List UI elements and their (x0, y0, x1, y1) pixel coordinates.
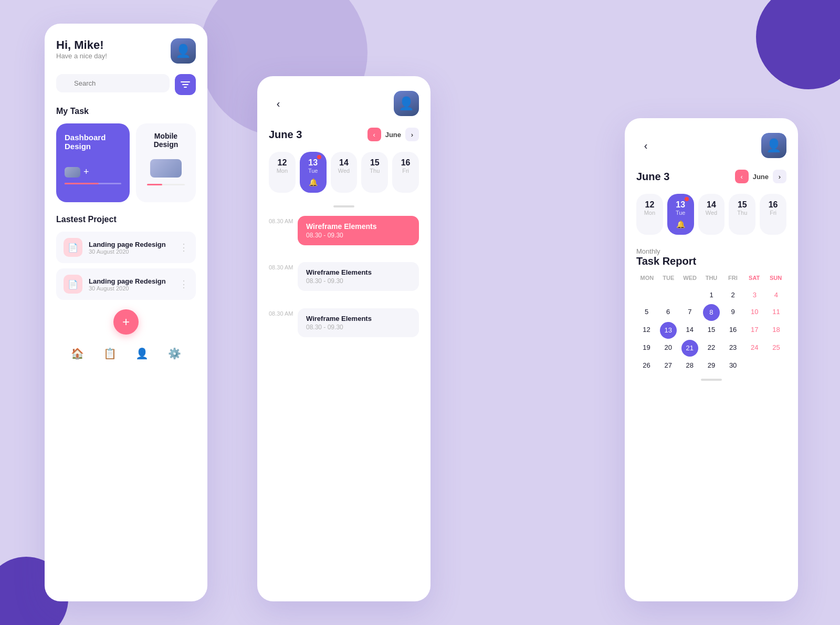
task-card-main-title: Dashboard Design (65, 133, 121, 151)
bell-icon-3: 🔔 (676, 220, 685, 228)
cal-cell-10[interactable]: 10 (744, 304, 765, 321)
project-item-1[interactable]: 📄 Landing page Redesign 30 August 2020 ⋮ (56, 232, 196, 263)
cal-cell-12[interactable]: 12 (636, 322, 657, 339)
cal-cell-selected-13[interactable]: 13 (660, 322, 677, 339)
day-pill-3-13[interactable]: 13 Tue 🔔 (667, 194, 694, 235)
cal-cell-1[interactable]: 1 (701, 287, 721, 303)
day-pill-15[interactable]: 15 Thu (361, 152, 388, 193)
cal-cell-6[interactable]: 6 (658, 304, 678, 321)
cal-cell-11[interactable]: 11 (766, 304, 786, 321)
day-pill-3-16[interactable]: 16 Fri (760, 194, 786, 235)
month-nav: ‹ June › (368, 128, 419, 141)
month-prev-btn[interactable]: ‹ (368, 128, 381, 141)
day-pill-14[interactable]: 14 Wed (331, 152, 358, 193)
cal-cell-20[interactable]: 20 (658, 340, 678, 357)
monthly-main: Task Report (636, 255, 786, 267)
cal-label-mon: MON (636, 273, 658, 283)
day-pill-3-12[interactable]: 12 Mon (636, 194, 663, 235)
month-prev-btn-3[interactable]: ‹ (735, 170, 749, 183)
cal-cell-18[interactable]: 18 (766, 322, 786, 339)
project-date-1: 30 August 2020 (89, 248, 179, 255)
task-mini-img-1 (65, 167, 80, 178)
avatar-3[interactable] (761, 133, 786, 158)
avatar[interactable] (171, 38, 196, 64)
cal-cell-2[interactable]: 2 (723, 287, 743, 303)
calendar-grid: MON TUE WED THU FRI SAT SUN 123456789101… (636, 273, 786, 373)
cal-cell-22[interactable]: 22 (701, 340, 721, 357)
cal-cell-selected-21[interactable]: 21 (681, 340, 698, 357)
cal-cell-selected-8[interactable]: 8 (703, 304, 720, 321)
day-pill-3-15[interactable]: 15 Thu (729, 194, 755, 235)
day-pill-13[interactable]: 13 Tue 🔔 (300, 152, 327, 193)
month-label-3: June (751, 173, 771, 181)
task-card-mobile[interactable]: Mobile Design (136, 123, 196, 202)
nav-tasks-icon[interactable]: 📋 (100, 344, 119, 363)
nav-home-icon[interactable]: 🏠 (68, 344, 87, 363)
month-next-btn-3[interactable]: › (773, 170, 786, 183)
project-menu-2[interactable]: ⋮ (179, 278, 188, 290)
day-strip-3: 12 Mon 13 Tue 🔔 14 Wed 15 Thu 16 Fri (636, 194, 786, 235)
back-button[interactable]: ‹ (269, 94, 288, 113)
cal-cell-30[interactable]: 30 (723, 358, 743, 373)
time-label-1: 08.30 AM (269, 216, 298, 224)
cal-cell-27[interactable]: 27 (658, 358, 678, 373)
cal-label-fri: FRI (722, 273, 743, 283)
time-slot-1: 08.30 AM Wireframe Elements 08.30 - 09.3… (269, 216, 419, 253)
day-pill-3-14[interactable]: 14 Wed (698, 194, 725, 235)
nav-profile-icon[interactable]: 👤 (133, 344, 152, 363)
cal-cell-25[interactable]: 25 (766, 340, 786, 357)
search-input[interactable] (56, 74, 170, 92)
project-info-2: Landing page Redesign 30 August 2020 (89, 277, 179, 291)
project-item-2[interactable]: 📄 Landing page Redesign 30 August 2020 ⋮ (56, 268, 196, 300)
project-name-2: Landing page Redesign (89, 277, 179, 285)
greeting-title: Hi, Mike! (56, 38, 107, 52)
day-pill-16[interactable]: 16 Fri (392, 152, 419, 193)
bell-icon: 🔔 (309, 178, 318, 186)
event-card-2[interactable]: Wireframe Elements 08.30 - 09.30 (298, 262, 419, 291)
avatar-image-2 (394, 91, 419, 116)
my-task-title: My Task (56, 107, 196, 116)
cal-cell-29[interactable]: 29 (701, 358, 721, 373)
task-card-dashboard[interactable]: Dashboard Design + (56, 123, 130, 202)
event-card-1[interactable]: Wireframe Elements 08.30 - 09.30 (298, 216, 419, 245)
scroll-indicator (333, 205, 354, 207)
cal-cell-26[interactable]: 26 (636, 358, 657, 373)
event-card-3[interactable]: Wireframe Elements 08.30 - 09.30 (298, 308, 419, 337)
cal-cell-19[interactable]: 19 (636, 340, 657, 357)
filter-button[interactable] (175, 74, 196, 95)
task-plus-icon: + (83, 166, 89, 178)
cal-cell-28[interactable]: 28 (679, 358, 700, 373)
task-card-images: + (65, 166, 121, 178)
cal-cell-15[interactable]: 15 (701, 322, 721, 339)
cal-cell-17[interactable]: 17 (744, 322, 765, 339)
avatar-image (171, 38, 196, 64)
cal-cell-16[interactable]: 16 (723, 322, 743, 339)
day-strip-2: 12 Mon 13 Tue 🔔 14 Wed 15 Thu 16 Fri (269, 152, 419, 193)
avatar-2[interactable] (394, 91, 419, 116)
nav-settings-icon[interactable]: ⚙️ (165, 344, 184, 363)
event-range-3: 08.30 - 09.30 (306, 324, 411, 331)
day-pill-12[interactable]: 12 Mon (269, 152, 296, 193)
month-nav-3: ‹ June › (735, 170, 786, 183)
month-next-btn[interactable]: › (405, 128, 419, 141)
cal-cell-4[interactable]: 4 (766, 287, 786, 303)
event-title-3: Wireframe Elements (306, 315, 411, 322)
event-title-2: Wireframe Elements (306, 268, 411, 276)
back-button-3[interactable]: ‹ (636, 136, 655, 155)
monthly-sub: Monthly (636, 247, 786, 255)
fab-add-button[interactable]: + (113, 309, 139, 335)
cal-cell-14[interactable]: 14 (679, 322, 700, 339)
cal-cell-3[interactable]: 3 (744, 287, 765, 303)
cal-cell-7[interactable]: 7 (679, 304, 700, 321)
project-menu-1[interactable]: ⋮ (179, 242, 188, 253)
card-task-report: ‹ June 3 ‹ June › 12 Mon 13 Tue 🔔 14 Wed… (625, 118, 798, 601)
cal-cell-9[interactable]: 9 (723, 304, 743, 321)
cal-label-wed: WED (679, 273, 701, 283)
cal-label-sat: SAT (743, 273, 765, 283)
time-label-3: 08.30 AM (269, 308, 298, 317)
cal-cell-23[interactable]: 23 (723, 340, 743, 357)
month-label: June (383, 131, 403, 139)
cal-cell-5[interactable]: 5 (636, 304, 657, 321)
cal-cell-24[interactable]: 24 (744, 340, 765, 357)
project-date-2: 30 August 2020 (89, 285, 179, 291)
